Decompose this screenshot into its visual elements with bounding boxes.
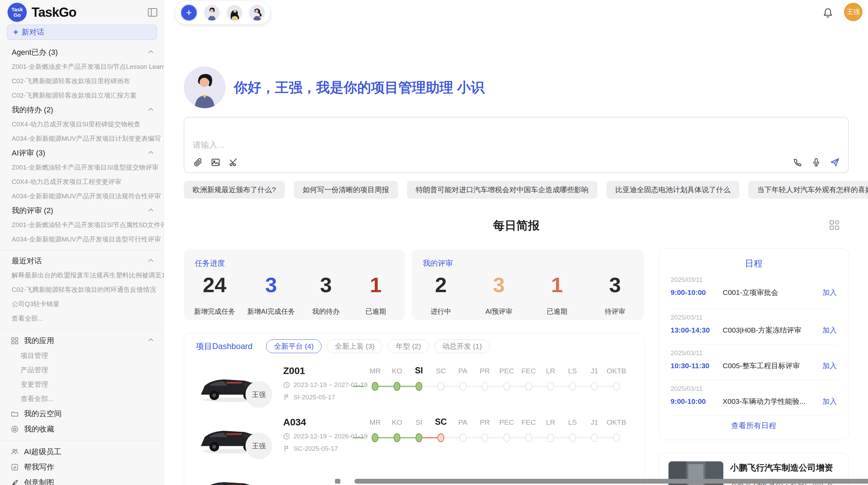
schedule-name: C003|H0B-方案冻结评审 <box>723 325 822 335</box>
milestone-label: MR <box>364 418 386 426</box>
join-button[interactable]: 加入 <box>822 325 837 335</box>
list-item[interactable]: C02-飞腾新能源轻客改款项目立项汇报方案 <box>0 88 164 103</box>
project-row[interactable]: 王强 Z001 2023-12-19 ~ 2027-01-19 SI-2025-… <box>196 363 634 415</box>
list-item[interactable]: C02-飞腾新能源轻客改款项目的闭环通告反馈情况 <box>0 283 164 297</box>
join-button[interactable]: 加入 <box>822 288 837 297</box>
section-agent-done[interactable]: Agent已办 (3) <box>0 45 164 60</box>
schedule-time: 13:00-14:30 <box>671 326 723 334</box>
schedule-name: X003-车辆动力学性能验... <box>723 397 822 406</box>
app-item-project-mgmt[interactable]: 项目管理 <box>0 348 164 363</box>
milestone-label: FEC <box>518 367 540 375</box>
list-item[interactable]: A034-全新新能源MUV产品开发项目造型可行性评审 <box>0 232 164 247</box>
project-row[interactable]: 王强 A034 2023-12-19 ~ 2026-01-19 SC-2025-… <box>196 415 634 466</box>
user-name: 王强 <box>847 8 860 16</box>
user-avatar[interactable]: 王强 <box>844 3 863 21</box>
sidebar: Task Go TaskGo + 新对话 Agent已办 (3) Z001-全新… <box>0 0 164 485</box>
my-favorites[interactable]: 我的收藏 <box>0 421 164 437</box>
list-item[interactable]: 公司Q3轻卡销量 <box>0 297 164 311</box>
ai-super-staff[interactable]: AI超级员工 <box>0 444 164 459</box>
schedule-item: 2025/03/11 9:00-10:00 X003-车辆动力学性能验... 加… <box>671 385 837 406</box>
section-my-apps[interactable]: 我的应用 <box>0 333 164 348</box>
chevron-up-icon[interactable] <box>148 108 154 111</box>
milestone-lead-line <box>353 386 364 387</box>
section-my-review[interactable]: 我的评审 (2) <box>0 203 164 218</box>
list-item[interactable]: A034-全新新能源MUV产品开发项目计划变更表编写 <box>0 132 164 146</box>
send-icon[interactable] <box>830 157 840 167</box>
chevron-up-icon[interactable] <box>148 208 154 212</box>
suggestion-chip[interactable]: 如何写一份清晰的项目周报 <box>294 181 398 199</box>
suggestion-chip[interactable]: 特朗普可能对进口汽车增税会对中国车企造成哪些影响 <box>407 181 598 199</box>
schedule-date: 2025/03/11 <box>671 349 837 357</box>
section-my-todo[interactable]: 我的待办 (2) <box>0 103 164 117</box>
tab-new-platform[interactable]: 全新平台 (4) <box>266 339 322 353</box>
briefing-layout-icon[interactable] <box>829 219 841 232</box>
divider <box>0 250 164 250</box>
project-code: A034 <box>283 417 367 428</box>
join-button[interactable]: 加入 <box>822 361 837 371</box>
clock-icon <box>283 433 290 440</box>
chevron-up-icon[interactable] <box>148 338 154 341</box>
avatar[interactable] <box>249 5 265 21</box>
message-input[interactable] <box>193 140 707 150</box>
suggestion-chip[interactable]: 欧洲新规最近颁布了什么? <box>184 181 285 199</box>
microphone-icon[interactable] <box>811 157 821 167</box>
section-recent-chats[interactable]: 最近对话 <box>0 254 164 268</box>
milestone-label: SI <box>408 418 430 426</box>
quill-pen-icon <box>11 479 19 485</box>
flag-icon <box>283 445 290 452</box>
list-item[interactable]: C0X4-动力总成开发项目工程变更评审 <box>0 175 164 189</box>
suggestion-chip[interactable]: 比亚迪全固态电池计划具体说了什么 <box>606 181 739 199</box>
scissors-icon[interactable] <box>228 157 239 167</box>
list-item[interactable]: A034-全新新能源MUV产品开发项目法规符合性评审 <box>0 189 164 203</box>
chevron-up-icon[interactable] <box>148 151 154 154</box>
list-item[interactable]: Z001-全新燃油皮卡产品开发项目SI节点Lesson Learn报告 <box>0 60 164 74</box>
horizontal-scrollbar-fragment[interactable] <box>335 479 340 484</box>
conversation-avatars-bar: + <box>175 1 271 25</box>
task-progress-card: 任务进度 24 新增完成任务 3 新增AI完成任务 3 我的待办 1 已逾期 <box>184 249 405 320</box>
milestone-label: J1 <box>583 367 605 375</box>
sidebar-collapse-icon[interactable] <box>147 8 158 17</box>
app-item-product-mgmt[interactable]: 产品管理 <box>0 363 164 377</box>
composer-left-icons <box>193 157 239 167</box>
milestone-lead-line <box>353 437 364 438</box>
help-me-write[interactable]: 帮我写作 <box>0 459 164 475</box>
milestone-label: FEC <box>518 418 540 426</box>
list-item[interactable]: Z001-全新燃油轻卡产品开发项目SI造型提交物评审 <box>0 160 164 175</box>
tab-model-year[interactable]: 年型 (2) <box>388 339 429 353</box>
my-cloud-space[interactable]: 我的云空间 <box>0 406 164 421</box>
divider <box>0 329 164 329</box>
new-chat-button[interactable]: + 新对话 <box>7 25 157 40</box>
list-item[interactable]: Z001-全新燃油轻卡产品开发项目SI节点属性5D文件评审 <box>0 218 164 232</box>
divider <box>671 415 837 415</box>
section-ai-review[interactable]: AI评审 (3) <box>0 146 164 160</box>
chevron-up-icon[interactable] <box>148 50 154 53</box>
notification-bell-icon[interactable] <box>823 8 833 18</box>
schedule-name: C005-整车工程目标评审 <box>723 361 822 371</box>
creative-drawing[interactable]: 创意制图 <box>0 475 164 485</box>
avatar[interactable] <box>227 5 242 21</box>
app-item-change-mgmt[interactable]: 变更管理 <box>0 377 164 391</box>
milestone-label: OKTB <box>605 367 627 375</box>
add-conversation-button[interactable]: + <box>181 4 197 21</box>
apps-view-all[interactable]: 查看全部... <box>0 391 164 406</box>
recent-view-all[interactable]: 查看全部... <box>0 311 164 326</box>
milestone-label: LS <box>562 367 583 375</box>
schedule-time: 10:30-11:30 <box>671 362 723 370</box>
horizontal-scrollbar[interactable] <box>354 479 868 484</box>
list-item[interactable]: C0X4-动力总成开发项目SI里程碑提交物检查 <box>0 117 164 132</box>
milestone-label: LR <box>540 418 562 426</box>
view-all-schedule-link[interactable]: 查看所有日程 <box>659 421 848 431</box>
avatar[interactable] <box>204 5 220 21</box>
schedule-item: 2025/03/11 10:30-11:30 C005-整车工程目标评审 加入 <box>671 349 837 371</box>
milestone-label: SC <box>430 417 452 427</box>
list-item[interactable]: C02-飞腾新能源轻客改款项目里程碑画布 <box>0 74 164 88</box>
attachment-icon[interactable] <box>193 157 203 167</box>
phone-icon[interactable] <box>793 157 803 167</box>
chevron-up-icon[interactable] <box>148 259 154 262</box>
tab-powertrain-dev[interactable]: 动总开发 (1) <box>434 339 490 353</box>
list-item[interactable]: 解释最新出台的欧盟报废车法规再生塑料比例被调至15%... <box>0 268 164 283</box>
suggestion-chip[interactable]: 当下年轻人对汽车外观有怎样的喜好趋势 <box>748 181 868 199</box>
join-button[interactable]: 加入 <box>822 397 837 406</box>
image-icon[interactable] <box>210 157 221 167</box>
tab-new-body[interactable]: 全新上装 (3) <box>327 339 383 353</box>
